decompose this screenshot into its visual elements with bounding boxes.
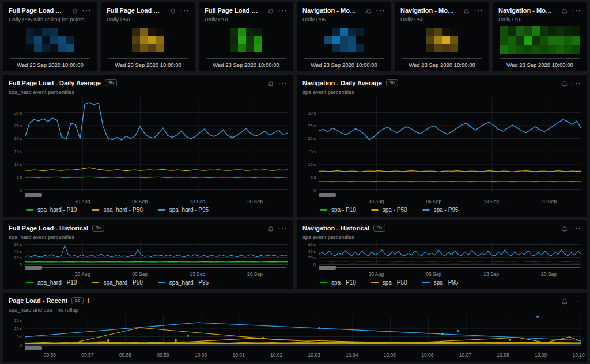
heatmap-cell[interactable] (548, 45, 556, 54)
brush-handle[interactable] (25, 266, 42, 270)
heatmap-cell[interactable] (332, 28, 340, 36)
alert-bell-icon[interactable] (169, 7, 176, 14)
heatmap-cell[interactable] (58, 36, 66, 44)
heatmap-cell[interactable] (140, 28, 148, 36)
heatmap-cell[interactable] (516, 26, 524, 36)
heatmap-cell[interactable] (564, 36, 572, 45)
panel-menu-icon[interactable]: ··· (180, 8, 190, 13)
heatmap-cell[interactable] (572, 36, 580, 45)
brush-handle[interactable] (319, 266, 336, 270)
legend-item[interactable]: spa_hard - P10 (26, 279, 77, 286)
heatmap-cell[interactable] (34, 28, 42, 36)
heatmap-cell[interactable] (540, 45, 548, 54)
heatmap[interactable] (302, 22, 385, 58)
plot-area[interactable] (25, 242, 288, 265)
heatmap-cell[interactable] (148, 44, 156, 52)
heatmap-cell[interactable] (508, 36, 516, 45)
heatmap-cell[interactable] (332, 36, 340, 44)
panel-title[interactable]: Navigation - Monthly Averag... (302, 7, 357, 14)
heatmap-cell[interactable] (230, 36, 238, 44)
panel-title[interactable]: Navigation - Monthly Averag... (498, 7, 553, 14)
alert-bell-icon[interactable] (365, 7, 372, 14)
heatmap-cell[interactable] (548, 26, 556, 36)
heatmap-cell[interactable] (508, 26, 516, 36)
heatmap-cell[interactable] (246, 28, 254, 36)
heatmap-cell[interactable] (148, 36, 156, 44)
heatmap-cell[interactable] (540, 36, 548, 45)
heatmap[interactable] (107, 22, 190, 58)
panel-title[interactable]: Navigation - Monthly Averag... (400, 7, 455, 14)
heatmap-cell[interactable] (42, 36, 50, 44)
panel-title[interactable]: Full Page Load - Monthly Ave... (205, 7, 259, 14)
panel-menu-icon[interactable]: ··· (82, 8, 92, 13)
heatmap-cell[interactable] (50, 36, 58, 44)
plot-area[interactable] (25, 97, 288, 192)
heatmap-cell[interactable] (500, 45, 508, 54)
legend-item[interactable]: spa - P95 (422, 279, 459, 286)
alert-bell-icon[interactable] (71, 7, 78, 14)
heatmap-cell[interactable] (66, 36, 74, 44)
panel-menu-icon[interactable]: ··· (278, 226, 288, 230)
heatmap-cell[interactable] (254, 44, 262, 52)
heatmap-cell[interactable] (556, 26, 564, 36)
heatmap-cell[interactable] (426, 44, 434, 52)
alert-bell-icon[interactable] (561, 7, 568, 14)
heatmap-cell[interactable] (524, 26, 532, 36)
data-point-dot[interactable] (318, 327, 320, 329)
heatmap-cell[interactable] (156, 44, 164, 52)
legend-item[interactable]: spa_hard - P10 (26, 207, 77, 213)
heatmap-cell[interactable] (254, 36, 262, 44)
heatmap-cell[interactable] (348, 28, 356, 36)
heatmap-cell[interactable] (564, 45, 572, 54)
heatmap-cell[interactable] (556, 36, 564, 45)
data-point-dot[interactable] (107, 339, 109, 342)
alert-bell-icon[interactable] (561, 225, 568, 232)
alert-bell-icon[interactable] (267, 79, 274, 86)
heatmap-cell[interactable] (540, 26, 548, 36)
heatmap-cell[interactable] (442, 28, 450, 36)
heatmap-cell[interactable] (450, 36, 458, 44)
heatmap-cell[interactable] (532, 36, 540, 45)
time-brush[interactable] (25, 192, 286, 198)
data-point-dot[interactable] (457, 330, 459, 332)
heatmap-cell[interactable] (548, 36, 556, 45)
legend-item[interactable]: spa_hard - P50 (92, 279, 142, 286)
heatmap-cell[interactable] (516, 45, 524, 54)
heatmap-cell[interactable] (516, 36, 524, 45)
heatmap-cell[interactable] (230, 28, 238, 36)
panel-menu-icon[interactable]: ··· (572, 8, 582, 13)
heatmap-cell[interactable] (238, 36, 246, 44)
heatmap-cell[interactable] (238, 28, 246, 36)
heatmap-cell[interactable] (238, 44, 246, 52)
heatmap-cell[interactable] (132, 28, 140, 36)
heatmap-cell[interactable] (426, 28, 434, 36)
panel-title[interactable]: Navigation - Daily Average (302, 79, 382, 86)
heatmap-cell[interactable] (42, 44, 50, 52)
heatmap-cell[interactable] (356, 28, 364, 36)
panel-menu-icon[interactable]: ··· (376, 8, 386, 13)
heatmap-cell[interactable] (132, 44, 140, 52)
heatmap-cell[interactable] (66, 44, 74, 52)
plot-area[interactable] (319, 242, 581, 265)
heatmap[interactable] (498, 22, 581, 58)
panel-title[interactable]: Full Page Load - Daily Average (9, 79, 101, 86)
plot-area[interactable] (319, 97, 581, 192)
data-point-dot[interactable] (147, 342, 149, 344)
legend-item[interactable]: spa_hard - P95 (158, 207, 209, 213)
legend-item[interactable]: spa - P10 (320, 279, 356, 286)
panel-menu-icon[interactable]: ··· (572, 226, 582, 230)
panel-title[interactable]: Full Page Load - Monthly Ave... (107, 7, 161, 14)
panel-title[interactable]: Full Page Load - Monthly Ave... (9, 7, 63, 14)
heatmap-cell[interactable] (156, 28, 164, 36)
heatmap-cell[interactable] (140, 44, 148, 52)
panel-menu-icon[interactable]: ··· (474, 8, 484, 13)
heatmap-cell[interactable] (332, 44, 340, 52)
heatmap[interactable] (400, 22, 483, 58)
heatmap-cell[interactable] (324, 36, 332, 44)
brush-handle[interactable] (25, 346, 42, 350)
time-brush[interactable] (319, 192, 580, 198)
heatmap-cell[interactable] (26, 28, 34, 36)
heatmap[interactable] (205, 22, 288, 58)
time-brush[interactable] (25, 346, 580, 351)
legend-item[interactable]: spa - P50 (371, 279, 407, 286)
